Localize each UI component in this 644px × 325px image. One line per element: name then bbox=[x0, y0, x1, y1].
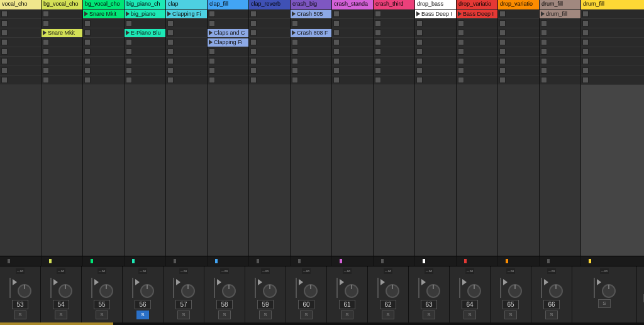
play-icon[interactable] bbox=[541, 11, 545, 16]
solo-button[interactable]: S bbox=[598, 299, 611, 308]
clip-slot[interactable] bbox=[457, 19, 497, 28]
clip-slot[interactable]: big_piano bbox=[125, 9, 165, 18]
clip-slot[interactable] bbox=[125, 76, 165, 84]
clip-slot[interactable] bbox=[498, 28, 539, 37]
fader[interactable] bbox=[377, 275, 399, 298]
stop-button[interactable] bbox=[375, 67, 381, 74]
clip-slot[interactable] bbox=[457, 47, 497, 56]
stop-button[interactable] bbox=[458, 20, 464, 26]
track-header[interactable]: clap bbox=[166, 0, 207, 9]
stop-button[interactable] bbox=[209, 58, 215, 64]
clip-slot[interactable] bbox=[374, 57, 414, 66]
clip-slot[interactable] bbox=[83, 38, 124, 47]
clip-slot[interactable] bbox=[42, 76, 82, 84]
clip-slot[interactable] bbox=[0, 76, 41, 84]
stop-button[interactable] bbox=[499, 67, 506, 74]
stop-button[interactable] bbox=[84, 58, 91, 64]
clip-slot[interactable] bbox=[415, 19, 456, 28]
stop-button[interactable] bbox=[1, 20, 8, 26]
stop-button[interactable] bbox=[458, 67, 464, 74]
stop-button[interactable] bbox=[250, 77, 257, 83]
stop-button[interactable] bbox=[167, 58, 174, 64]
fader-handle-icon[interactable] bbox=[380, 279, 385, 285]
track-header[interactable]: drop_bass bbox=[415, 0, 456, 9]
play-icon[interactable] bbox=[292, 11, 296, 16]
clip-slot[interactable] bbox=[166, 76, 207, 84]
stop-button[interactable] bbox=[333, 20, 340, 26]
clip-slot[interactable]: Crash 505 bbox=[291, 9, 331, 18]
clip[interactable]: E-Piano Blu bbox=[125, 29, 165, 37]
fader[interactable] bbox=[296, 275, 318, 298]
clip-slot[interactable] bbox=[42, 66, 82, 75]
clip-slot[interactable] bbox=[83, 57, 124, 66]
solo-button[interactable]: S bbox=[341, 311, 353, 319]
clip-slot[interactable] bbox=[125, 38, 165, 47]
clip[interactable]: Claps and C bbox=[208, 29, 248, 37]
stop-button[interactable] bbox=[375, 77, 381, 83]
pan-knob[interactable] bbox=[263, 284, 277, 298]
stop-button[interactable] bbox=[416, 67, 423, 74]
clip-slot[interactable] bbox=[415, 47, 456, 56]
stop-button[interactable] bbox=[292, 20, 298, 26]
clip-slot[interactable] bbox=[166, 28, 207, 37]
stop-button[interactable] bbox=[209, 77, 215, 83]
play-icon[interactable] bbox=[416, 11, 420, 16]
stop-button[interactable] bbox=[375, 20, 381, 26]
stop-button[interactable] bbox=[292, 77, 298, 83]
clip-slot[interactable] bbox=[291, 76, 331, 84]
stop-button[interactable] bbox=[1, 30, 8, 36]
clip-slot[interactable] bbox=[415, 28, 456, 37]
clip-slot[interactable] bbox=[83, 28, 124, 37]
stop-button[interactable] bbox=[250, 30, 257, 36]
fader-handle-icon[interactable] bbox=[94, 279, 99, 285]
play-icon[interactable] bbox=[126, 30, 130, 35]
stop-button[interactable] bbox=[1, 67, 8, 74]
stop-button[interactable] bbox=[167, 39, 174, 45]
clip-slot[interactable] bbox=[83, 47, 124, 56]
stop-button[interactable] bbox=[292, 67, 298, 74]
stop-button[interactable] bbox=[375, 11, 381, 17]
fader-handle-icon[interactable] bbox=[503, 279, 508, 285]
stop-button[interactable] bbox=[499, 77, 506, 83]
clip-slot[interactable] bbox=[291, 47, 331, 56]
clip-slot[interactable]: Crash 808 F bbox=[291, 28, 331, 37]
fader-handle-icon[interactable] bbox=[217, 279, 221, 285]
clip-slot[interactable]: drum_fill bbox=[540, 9, 580, 18]
stop-button[interactable] bbox=[84, 39, 91, 45]
clip-slot[interactable] bbox=[374, 66, 414, 75]
stop-button[interactable] bbox=[209, 67, 215, 74]
fader-handle-icon[interactable] bbox=[597, 279, 601, 285]
pan-knob[interactable] bbox=[181, 284, 195, 298]
clip-slot[interactable] bbox=[498, 76, 539, 84]
stop-button[interactable] bbox=[43, 39, 49, 45]
stop-button[interactable] bbox=[292, 58, 298, 64]
track-header[interactable]: crash_third bbox=[374, 0, 414, 9]
clip-slot[interactable] bbox=[374, 28, 414, 37]
stop-button[interactable] bbox=[541, 58, 547, 64]
stop-button[interactable] bbox=[333, 48, 340, 55]
stop-button[interactable] bbox=[333, 77, 340, 83]
solo-button[interactable]: S bbox=[300, 311, 313, 319]
play-icon[interactable] bbox=[458, 11, 462, 16]
stop-button[interactable] bbox=[416, 30, 423, 36]
stop-button[interactable] bbox=[582, 77, 589, 83]
stop-button[interactable] bbox=[333, 58, 340, 64]
stop-button[interactable] bbox=[541, 77, 547, 83]
clip-slot[interactable] bbox=[166, 19, 207, 28]
stop-button[interactable] bbox=[43, 11, 49, 17]
stop-button[interactable] bbox=[167, 48, 174, 55]
stop-button[interactable] bbox=[209, 48, 215, 55]
clip-slot[interactable] bbox=[0, 47, 41, 56]
stop-button[interactable] bbox=[582, 67, 589, 74]
clip-slot[interactable] bbox=[581, 19, 644, 28]
clip-slot[interactable] bbox=[498, 19, 539, 28]
stop-button[interactable] bbox=[126, 20, 132, 26]
clip-slot[interactable] bbox=[498, 47, 539, 56]
clip-slot[interactable] bbox=[540, 28, 580, 37]
fader[interactable] bbox=[459, 275, 481, 298]
clip-slot[interactable] bbox=[540, 47, 580, 56]
clip-slot[interactable]: Bass Deep I bbox=[415, 9, 456, 18]
clip[interactable]: Crash 808 F bbox=[291, 29, 331, 37]
clip-slot[interactable] bbox=[208, 66, 248, 75]
stop-button[interactable] bbox=[1, 11, 8, 17]
